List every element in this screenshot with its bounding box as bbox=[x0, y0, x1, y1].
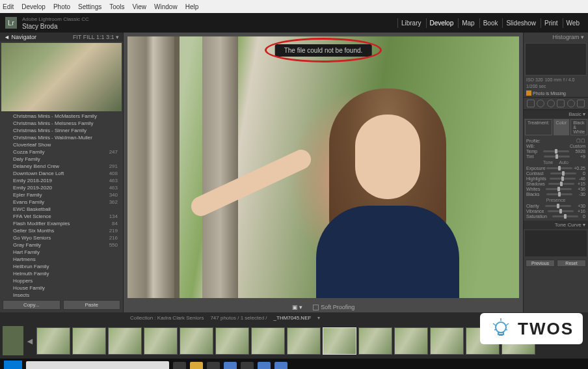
previous-button[interactable]: Previous bbox=[526, 260, 555, 267]
folder-item[interactable]: Emily 2019-2020463 bbox=[0, 184, 123, 191]
folder-item[interactable]: House Family bbox=[0, 284, 123, 292]
folder-item[interactable]: Insects bbox=[0, 292, 123, 297]
tone-curve[interactable] bbox=[525, 230, 587, 256]
menu-develop[interactable]: Develop bbox=[21, 3, 46, 10]
folder-item[interactable]: Delaney Bend Crew291 bbox=[0, 163, 123, 170]
folder-item[interactable]: EWC Basketball bbox=[0, 206, 123, 213]
filmstrip-thumb-selected[interactable] bbox=[323, 327, 356, 355]
folder-item[interactable]: Hoppers bbox=[0, 277, 123, 284]
navigator-header[interactable]: ◄ Navigator FIT FILL 1:1 3:1 ▾ bbox=[0, 33, 123, 42]
histogram[interactable] bbox=[525, 43, 587, 75]
folder-item[interactable]: Cloverleaf Show bbox=[0, 141, 123, 148]
navigator-modes[interactable]: FIT FILL 1:1 3:1 ▾ bbox=[73, 34, 119, 40]
filmstrip-thumb[interactable] bbox=[36, 327, 70, 355]
folder-item[interactable]: Helmuth Family bbox=[0, 270, 123, 277]
taskbar-icon[interactable] bbox=[207, 362, 220, 369]
basic-header[interactable]: Basic ▾ bbox=[524, 110, 588, 118]
folder-item[interactable]: Flash Modifier Examples84 bbox=[0, 220, 123, 227]
secondary-display-icon[interactable] bbox=[3, 326, 23, 355]
treatment-bw[interactable]: Black & White bbox=[570, 119, 587, 135]
filmstrip-thumb[interactable] bbox=[180, 327, 213, 355]
filmstrip-prev-icon[interactable]: ◄ bbox=[25, 336, 34, 346]
menu-photo[interactable]: Photo bbox=[53, 3, 70, 10]
soft-proofing-toggle[interactable]: Soft Proofing bbox=[313, 304, 354, 310]
filmstrip-thumb[interactable] bbox=[72, 327, 106, 355]
filmstrip-thumb[interactable] bbox=[358, 327, 392, 355]
folder-item[interactable]: Christmas Minis - McMasters Family bbox=[0, 113, 123, 120]
taskbar-icon[interactable] bbox=[258, 362, 271, 369]
module-library[interactable]: Library bbox=[397, 18, 425, 28]
folder-item[interactable]: Christmas Minis - Melsness Family bbox=[0, 120, 123, 127]
folder-item[interactable]: Downtown Dance Loft408 bbox=[0, 170, 123, 177]
module-develop[interactable]: Develop bbox=[426, 18, 457, 28]
before-after-toggle[interactable]: ▣ ▾ bbox=[292, 304, 303, 310]
slider-tint[interactable]: Tint+9 bbox=[526, 154, 585, 159]
folder-item[interactable]: Christmas Minis - Waldman-Muller bbox=[0, 134, 123, 141]
photo-missing-warning[interactable]: Photo is Missing bbox=[524, 89, 588, 97]
menu-window[interactable]: Window bbox=[154, 3, 178, 10]
menu-tools[interactable]: Tools bbox=[109, 3, 124, 10]
slider-whites[interactable]: Whites+36 bbox=[526, 187, 585, 191]
slider-saturation[interactable]: Saturation0 bbox=[526, 214, 585, 219]
filmstrip-thumb[interactable] bbox=[394, 327, 428, 355]
taskbar-icon[interactable] bbox=[241, 362, 254, 369]
folder-item[interactable]: FFA Vet Science134 bbox=[0, 213, 123, 220]
slider-blacks[interactable]: Blacks-30 bbox=[526, 192, 585, 197]
radial-filter-icon[interactable] bbox=[567, 100, 575, 107]
folder-item[interactable]: Hart Family bbox=[0, 249, 123, 256]
taskbar-icon[interactable] bbox=[274, 362, 287, 369]
slider-temp[interactable]: Temp5928 bbox=[526, 149, 585, 154]
treatment-color[interactable]: Color bbox=[554, 119, 570, 135]
paste-button[interactable]: Paste bbox=[63, 300, 121, 310]
folder-item[interactable]: Daly Family bbox=[0, 156, 123, 163]
windows-start-icon[interactable] bbox=[4, 361, 22, 369]
menu-help[interactable]: Help bbox=[185, 3, 199, 10]
navigator-preview[interactable] bbox=[1, 43, 122, 111]
menu-view[interactable]: View bbox=[133, 3, 147, 10]
folder-list[interactable]: Christmas Minis - McMasters FamilyChrist… bbox=[0, 113, 123, 297]
filmstrip-thumb[interactable] bbox=[215, 327, 249, 355]
folder-item[interactable]: Heilbrun Family bbox=[0, 263, 123, 270]
module-web[interactable]: Web bbox=[563, 18, 583, 28]
filmstrip-thumb[interactable] bbox=[287, 327, 321, 355]
module-book[interactable]: Book bbox=[479, 18, 501, 28]
file-not-found-banner[interactable]: The file could not be found. bbox=[275, 44, 372, 57]
profile-row[interactable]: Profile:▢▢ bbox=[526, 138, 585, 143]
copy-button[interactable]: Copy... bbox=[3, 300, 60, 310]
slider-highlights[interactable]: Highlights-46 bbox=[526, 176, 585, 181]
wb-row[interactable]: WB:Custom bbox=[526, 144, 585, 148]
slider-vibrance[interactable]: Vibrance+16 bbox=[526, 209, 585, 213]
folder-item[interactable]: Evans Family362 bbox=[0, 198, 123, 206]
image-viewer[interactable]: The file could not be found. bbox=[127, 36, 519, 298]
lightroom-taskbar-icon[interactable] bbox=[224, 362, 237, 369]
file-explorer-icon[interactable] bbox=[190, 362, 203, 369]
folder-item[interactable]: Gray Family550 bbox=[0, 241, 123, 249]
slider-exposure[interactable]: Exposure+0.25 bbox=[526, 166, 585, 171]
crop-tool-icon[interactable] bbox=[527, 100, 535, 107]
tone-curve-header[interactable]: Tone Curve ▾ bbox=[524, 221, 588, 229]
filmstrip-thumb[interactable] bbox=[144, 327, 178, 355]
module-print[interactable]: Print bbox=[541, 18, 561, 28]
folder-item[interactable]: Hartmens bbox=[0, 256, 123, 263]
brush-icon[interactable] bbox=[577, 100, 585, 107]
spot-removal-icon[interactable] bbox=[537, 100, 544, 107]
filmstrip-thumb[interactable] bbox=[430, 327, 464, 355]
filmstrip-thumb[interactable] bbox=[108, 327, 142, 355]
menu-edit[interactable]: Edit bbox=[3, 3, 14, 10]
menu-settings[interactable]: Settings bbox=[78, 3, 101, 10]
folder-item[interactable]: Christmas Minis - Sinner Family bbox=[0, 127, 123, 134]
reset-button[interactable]: Reset bbox=[557, 260, 586, 267]
histogram-header[interactable]: Histogram ▾ bbox=[524, 33, 588, 42]
filmstrip-thumb[interactable] bbox=[251, 327, 285, 355]
folder-item[interactable]: Cozza Family247 bbox=[0, 148, 123, 156]
slider-contrast[interactable]: Contrast0 bbox=[526, 171, 585, 176]
module-slideshow[interactable]: Slideshow bbox=[502, 18, 539, 28]
windows-search[interactable] bbox=[26, 361, 169, 369]
taskbar-icon[interactable] bbox=[173, 362, 186, 369]
folder-item[interactable]: Emily 2018-2019463 bbox=[0, 177, 123, 184]
graduated-filter-icon[interactable] bbox=[557, 100, 565, 107]
folder-item[interactable]: Epler Family340 bbox=[0, 191, 123, 198]
module-map[interactable]: Map bbox=[458, 18, 477, 28]
folder-item[interactable]: Geller Six Months219 bbox=[0, 227, 123, 234]
folder-item[interactable]: Go Wyo Seniors216 bbox=[0, 234, 123, 241]
